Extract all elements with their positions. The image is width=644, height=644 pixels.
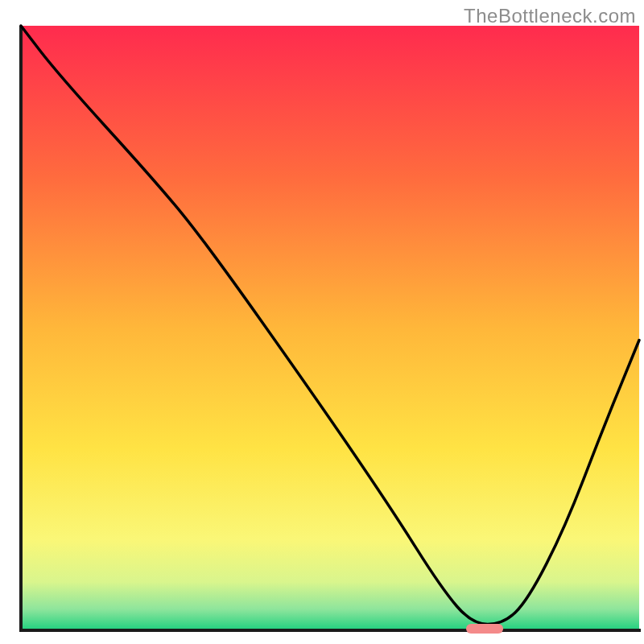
optimum-marker: [466, 624, 503, 634]
chart-container: TheBottleneck.com: [0, 0, 644, 644]
chart-background-gradient: [21, 26, 639, 630]
bottleneck-chart: [0, 0, 644, 644]
watermark-text: TheBottleneck.com: [464, 5, 636, 27]
